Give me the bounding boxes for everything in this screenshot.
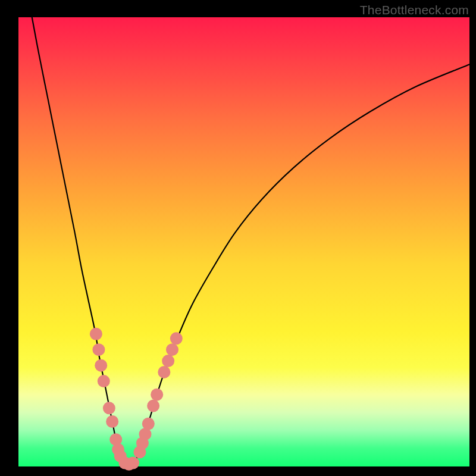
data-dot <box>158 366 170 378</box>
data-dot <box>92 343 105 356</box>
dot-layer <box>90 328 183 471</box>
data-dot <box>166 343 178 356</box>
data-dot <box>106 415 118 428</box>
data-dot <box>103 402 115 414</box>
data-dot <box>142 418 155 430</box>
data-dot <box>127 456 139 469</box>
outer-frame: TheBottleneck.com <box>0 0 476 476</box>
data-dot <box>147 400 159 412</box>
data-dot <box>95 359 107 372</box>
chart-overlay <box>0 0 476 476</box>
data-dot <box>162 355 174 367</box>
bottleneck-curve <box>32 17 469 464</box>
data-dot <box>151 389 163 401</box>
data-dot <box>98 375 110 387</box>
data-dot <box>170 332 183 345</box>
data-dot <box>90 328 102 340</box>
